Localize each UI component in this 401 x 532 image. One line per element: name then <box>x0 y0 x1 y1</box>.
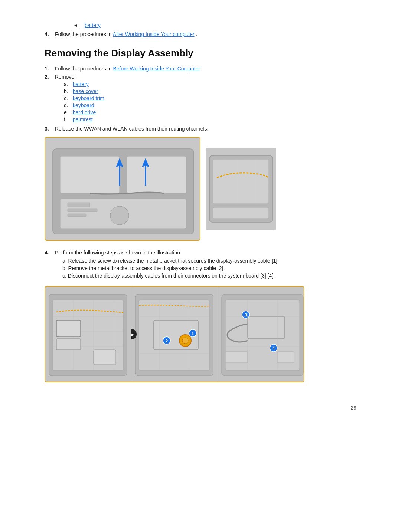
keyboard-link[interactable]: keyboard <box>73 102 94 108</box>
preamble-step4-text: Follow the procedures in After Working I… <box>55 31 197 37</box>
svg-rect-11 <box>68 209 97 212</box>
list-item: f.palmrest <box>64 116 356 122</box>
laptop-interior-svg <box>45 138 200 241</box>
battery-link[interactable]: battery <box>73 81 89 87</box>
step1-num: 1. <box>45 66 55 72</box>
battery-link-pre[interactable]: battery <box>85 22 101 28</box>
step4-text: Perform the following steps as shown in … <box>55 250 356 256</box>
step4b-text: b. Remove the metal bracket to access th… <box>62 265 356 271</box>
step2-text: Remove: <box>55 74 76 80</box>
illustration-panel-2: ▶ 1 2 <box>131 287 218 382</box>
list-item: b.base cover <box>64 88 356 94</box>
svg-rect-33 <box>56 320 81 337</box>
illustration-bottom: ▶ 1 2 <box>45 286 304 382</box>
illustration-top-main <box>45 137 200 241</box>
svg-rect-63 <box>225 352 248 363</box>
svg-point-41 <box>182 338 188 344</box>
illustration-panel-3: 3 4 <box>218 287 304 382</box>
svg-text:4: 4 <box>273 346 275 351</box>
preamble-step4-num: 4. <box>45 31 55 37</box>
svg-text:1: 1 <box>192 331 194 336</box>
after-working-link[interactable]: After Working Inside Your computer <box>113 31 195 37</box>
list-item: c.keyboard trim <box>64 95 356 101</box>
svg-text:2: 2 <box>166 339 168 343</box>
svg-rect-53 <box>248 316 285 339</box>
svg-point-9 <box>110 206 129 225</box>
list-item: e.hard drive <box>64 109 356 115</box>
svg-rect-62 <box>277 352 294 363</box>
svg-rect-3 <box>127 156 186 193</box>
step3-num: 3. <box>45 126 55 132</box>
svg-rect-10 <box>68 203 90 207</box>
step3-text: Release the WWAN and WLAN cables from th… <box>55 126 208 132</box>
list-item: d.keyboard <box>64 102 356 108</box>
hard-drive-link[interactable]: hard drive <box>73 109 96 115</box>
before-working-link[interactable]: Before Working Inside Your Computer <box>113 66 200 72</box>
svg-rect-12 <box>68 214 86 217</box>
step2-num: 2. <box>45 74 55 80</box>
step1-period: . <box>200 66 201 72</box>
laptop-side-svg <box>206 148 276 230</box>
svg-rect-35 <box>94 350 116 365</box>
item-e-label: e. <box>74 22 85 28</box>
step4a-text: a. Release the screw to release the meta… <box>62 258 356 264</box>
step4c-text: c. Disconnect the display-assembly cable… <box>62 273 356 279</box>
svg-rect-34 <box>56 339 81 350</box>
section-title: Removing the Display Assembly <box>45 47 356 59</box>
illustration-panel-1 <box>45 287 131 382</box>
svg-rect-2 <box>60 156 120 193</box>
base-cover-link[interactable]: base cover <box>73 88 98 94</box>
page-number: 29 <box>351 405 356 411</box>
illustration-top-side <box>206 148 276 230</box>
keyboard-trim-link[interactable]: keyboard trim <box>73 95 104 101</box>
step1-text: Follow the procedures in <box>55 66 113 72</box>
palmrest-link[interactable]: palmrest <box>73 116 93 122</box>
step4-num: 4. <box>45 250 55 256</box>
svg-rect-16 <box>213 207 269 219</box>
list-item: a.battery <box>64 81 356 87</box>
